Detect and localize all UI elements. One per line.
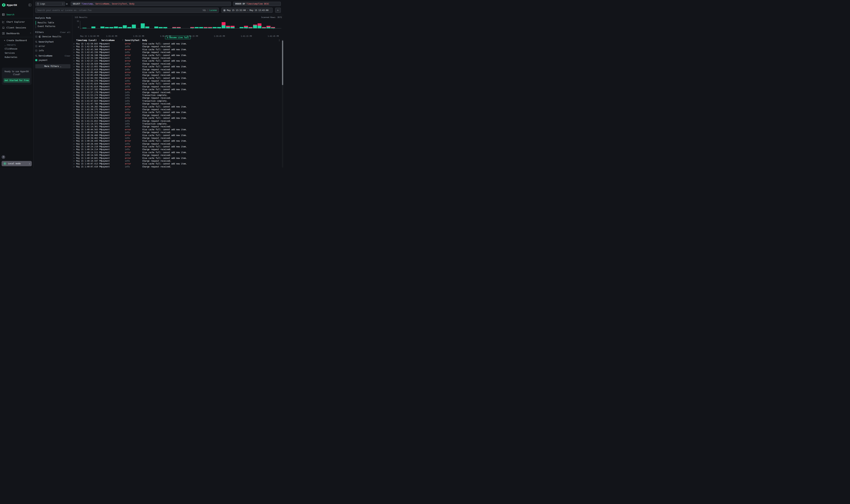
table-row[interactable]: ❯May 15 1:40:44.563 PMpaymenterrorVisa c…	[72, 128, 284, 131]
row-expand-icon[interactable]: ❯	[73, 160, 74, 162]
row-expand-icon[interactable]: ❯	[73, 154, 74, 157]
table-row[interactable]: ❯May 15 1:40:24.219 PMpaymenterrorVisa c…	[72, 145, 284, 148]
row-expand-icon[interactable]: ❯	[73, 45, 74, 48]
table-row[interactable]: ❯May 15 1:42:13.055 PMpaymenterrorVisa c…	[72, 65, 284, 68]
row-expand-icon[interactable]: ❯	[73, 102, 74, 105]
row-expand-icon[interactable]: ❯	[73, 85, 74, 88]
filter-option-payment[interactable]: ✓ payment	[35, 59, 70, 61]
table-row[interactable]: ❯May 15 1:41:47.766 PMpaymentinfoCharge …	[72, 102, 284, 105]
table-row[interactable]: ❯May 15 1:40:44.546 PMpaymentinfoCharge …	[72, 131, 284, 134]
row-expand-icon[interactable]: ❯	[73, 143, 74, 145]
sidebar-collapse-icon[interactable]	[29, 4, 31, 6]
column-header-body[interactable]: Body	[142, 39, 147, 41]
sidebar-item-client-sessions[interactable]: Client Sessions	[0, 25, 33, 31]
column-resize-handle[interactable]: ⁞	[123, 39, 123, 41]
row-expand-icon[interactable]: ❯	[73, 71, 74, 74]
toggle-sql[interactable]: SQL	[203, 9, 206, 12]
more-filters-button[interactable]: More filters ⌄	[35, 64, 70, 68]
table-row[interactable]: ❯May 15 1:41:14.361 PMpaymentinfoCharge …	[72, 125, 284, 128]
filter-option-error[interactable]: error	[35, 45, 70, 48]
row-expand-icon[interactable]: ❯	[73, 165, 74, 168]
row-expand-icon[interactable]: ❯	[73, 131, 74, 134]
gear-icon[interactable]: ⚙	[66, 2, 68, 5]
table-row[interactable]: ❯May 15 1:40:38.466 PMpaymenterrorVisa c…	[72, 134, 284, 137]
row-expand-icon[interactable]: ❯	[73, 162, 74, 165]
table-row[interactable]: ❯May 15 1:41:25.370 PMpaymentinfoCharge …	[72, 114, 284, 117]
row-expand-icon[interactable]: ❯	[73, 54, 74, 57]
table-row[interactable]: ❯May 15 1:41:25.373 PMpaymenterrorVisa c…	[72, 111, 284, 114]
table-row[interactable]: ❯May 15 1:42:04.376 PMpaymentinfoCharge …	[72, 79, 284, 82]
preset-item-clickhouse[interactable]: Clickhouse	[0, 47, 33, 51]
column-header-servicename[interactable]: ServiceName	[101, 39, 114, 41]
clear-servicename-filter[interactable]: Clear	[65, 55, 70, 57]
row-expand-icon[interactable]: ❯	[73, 62, 74, 65]
scrollbar-thumb[interactable]	[282, 40, 283, 85]
table-row[interactable]: ❯May 15 1:41:21.678 PMpaymenterrorVisa c…	[72, 117, 284, 120]
denoise-checkbox[interactable]	[35, 36, 37, 38]
search-filter-icon[interactable]	[35, 41, 37, 43]
table-row[interactable]: ❯May 15 1:41:30.283 PMpaymenterrorVisa c…	[72, 105, 284, 108]
table-row[interactable]: ❯May 15 1:40:10.597 PMpaymentinfoCharge …	[72, 160, 284, 162]
table-row[interactable]: ❯May 15 1:42:13.019 PMpaymentinfoCharge …	[72, 68, 284, 71]
table-row[interactable]: ❯May 15 1:42:05.450 PMpaymentinfoCharge …	[72, 74, 284, 76]
row-expand-icon[interactable]: ❯	[73, 88, 74, 91]
denoise-checkbox-row[interactable]: Denoise Results	[35, 35, 70, 38]
row-expand-icon[interactable]: ❯	[73, 100, 74, 102]
column-resize-handle[interactable]: ⁞	[140, 39, 141, 41]
table-row[interactable]: ❯May 15 1:42:43.336 PMpaymentinfoCharge …	[72, 51, 284, 54]
row-expand-icon[interactable]: ❯	[73, 65, 74, 68]
column-resize-handle[interactable]: ⁞	[99, 39, 100, 41]
table-row[interactable]: ❯May 15 1:42:04.392 PMpaymenterrorVisa c…	[72, 77, 284, 79]
column-header-severitytext[interactable]: SeverityText	[125, 39, 139, 41]
row-expand-icon[interactable]: ❯	[73, 51, 74, 54]
select-clause-input[interactable]: SELECT Timestamp, ServiceName, SeverityT…	[71, 2, 231, 6]
user-menu[interactable]: U Local mode ❯	[2, 161, 32, 166]
table-row[interactable]: ❯May 15 1:42:50.834 PMpaymentinfoCharge …	[72, 45, 284, 48]
table-row[interactable]: ❯May 15 1:41:14.373 PMpaymentinfoTransac…	[72, 122, 284, 125]
mode-event-patterns[interactable]: Event Patterns	[36, 24, 70, 28]
table-row[interactable]: ❯May 15 1:42:01.814 PMpaymentinfoCharge …	[72, 85, 284, 88]
create-dashboard-button[interactable]: ＋ Create Dashboard	[0, 38, 33, 43]
row-expand-icon[interactable]: ❯	[73, 145, 74, 148]
filter-option-info[interactable]: info	[35, 49, 70, 52]
row-expand-icon[interactable]: ❯	[73, 79, 74, 82]
row-expand-icon[interactable]: ❯	[73, 140, 74, 142]
toggle-lucene[interactable]: Lucene	[210, 9, 217, 12]
row-expand-icon[interactable]: ❯	[73, 117, 74, 120]
row-expand-icon[interactable]: ❯	[73, 122, 74, 125]
search-filter-icon[interactable]	[35, 55, 37, 57]
column-header-timestamp[interactable]: Timestamp (Local)	[76, 39, 97, 41]
table-row[interactable]: ❯May 15 1:41:53.260 PMpaymentinfoCharge …	[72, 96, 284, 100]
table-row[interactable]: ❯May 15 1:40:10.601 PMpaymenterrorVisa c…	[72, 157, 284, 160]
table-row[interactable]: ❯May 15 1:41:57.183 PMpaymenterrorVisa c…	[72, 88, 284, 91]
table-row[interactable]: ❯May 15 1:41:53.274 PMpaymentinfoTransac…	[72, 94, 284, 96]
preset-item-kubernetes[interactable]: Kubernetes	[0, 55, 33, 59]
error-checkbox[interactable]	[35, 45, 37, 47]
row-expand-icon[interactable]: ❯	[73, 48, 74, 51]
table-row[interactable]: ❯May 15 1:40:07.413 PMpaymenterrorVisa c…	[72, 162, 284, 165]
table-row[interactable]: ❯May 15 1:40:26.445 PMpaymenterrorVisa c…	[72, 140, 284, 142]
row-expand-icon[interactable]: ❯	[73, 120, 74, 122]
row-expand-icon[interactable]: ❯	[73, 148, 74, 151]
table-options-icon[interactable]: ⋮	[278, 39, 281, 41]
run-query-button[interactable]: ▷	[275, 8, 281, 13]
table-row[interactable]: ❯May 15 1:40:14.511 PMpaymenterrorVisa c…	[72, 151, 284, 154]
row-expand-icon[interactable]: ❯	[73, 77, 74, 79]
table-row[interactable]: ❯May 15 1:42:50.843 PMpaymenterrorVisa c…	[72, 42, 284, 45]
row-expand-icon[interactable]: ❯	[73, 94, 74, 96]
row-expand-icon[interactable]: ❯	[73, 114, 74, 117]
table-row[interactable]: ❯May 15 1:42:36.188 PMpaymenterrorVisa c…	[72, 54, 284, 57]
resume-live-tail-button[interactable]: Resume Live Tail	[165, 36, 191, 39]
row-expand-icon[interactable]: ❯	[73, 59, 74, 62]
row-expand-icon[interactable]: ❯	[73, 128, 74, 131]
row-expand-icon[interactable]: ❯	[73, 134, 74, 137]
table-row[interactable]: ❯May 15 1:42:26.920 PMpaymentinfoCharge …	[72, 62, 284, 65]
source-select[interactable]: Logs	[35, 2, 65, 6]
get-started-button[interactable]: Get Started for Free	[3, 78, 30, 83]
scrollbar-track[interactable]	[282, 39, 283, 167]
sidebar-item-search[interactable]: Search	[0, 12, 33, 17]
row-expand-icon[interactable]: ❯	[73, 137, 74, 140]
table-row[interactable]: ❯May 15 1:41:30.275 PMpaymentinfoCharge …	[72, 108, 284, 111]
row-expand-icon[interactable]: ❯	[73, 68, 74, 71]
table-row[interactable]: ❯May 15 1:40:26.444 PMpaymentinfoCharge …	[72, 143, 284, 145]
